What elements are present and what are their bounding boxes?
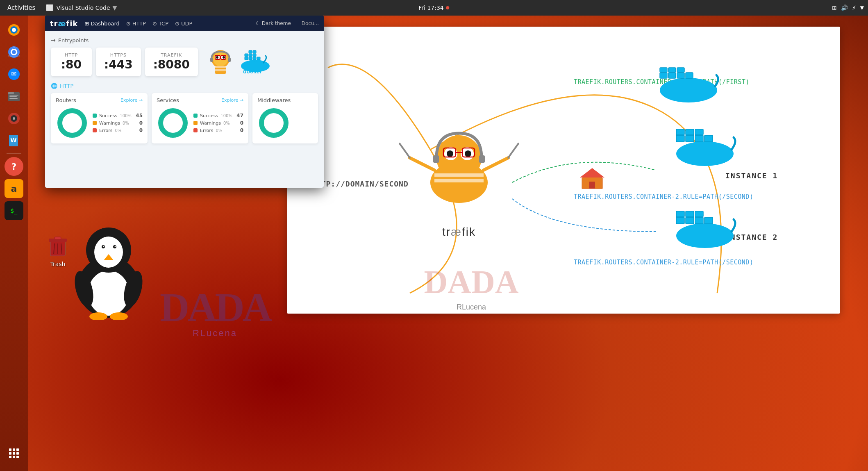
svg-rect-97 xyxy=(676,129,684,135)
middlewares-content xyxy=(257,107,313,139)
help-icon: ? xyxy=(11,162,17,172)
svg-rect-93 xyxy=(676,135,684,142)
svg-rect-85 xyxy=(434,173,484,177)
traefik-entry-name: TRAEFIK xyxy=(153,52,190,58)
sidebar-item-terminal[interactable]: $_ xyxy=(5,201,23,220)
svg-text:RLucena: RLucena xyxy=(457,303,486,311)
svg-rect-53 xyxy=(257,57,260,60)
clock-text: Fri 17:34 xyxy=(418,5,443,11)
tux-penguin xyxy=(64,213,154,321)
traefik-nav-tcp[interactable]: ⊙ TCP xyxy=(152,20,168,27)
warnings-dot xyxy=(93,121,97,125)
svg-rect-9 xyxy=(8,92,14,94)
routers-content: Success 100% 45 Warnings 0% 0 xyxy=(56,107,143,139)
watermark-brand: DADA xyxy=(160,287,270,328)
services-title: Services xyxy=(157,97,179,103)
sidebar-item-amazon[interactable]: a xyxy=(5,179,23,198)
battery-icon[interactable]: ⚡ xyxy=(852,5,856,11)
legend-errors: Errors 0% 0 xyxy=(93,127,143,133)
traefik-nav-http[interactable]: ⊙ HTTP xyxy=(126,20,146,27)
entrypoints-arrow-icon: → xyxy=(51,37,56,43)
metric-middlewares-header: Middlewares xyxy=(257,97,313,103)
topbar-dropdown-icon[interactable]: ▼ xyxy=(860,5,864,11)
svg-point-122 xyxy=(88,271,129,316)
sidebar-item-chromium[interactable] xyxy=(5,43,23,61)
svg-point-40 xyxy=(223,56,225,59)
svg-rect-58 xyxy=(253,50,256,53)
svg-rect-83 xyxy=(479,155,485,163)
https-entry-port: :443 xyxy=(104,58,133,71)
network-icon[interactable]: ⊞ xyxy=(832,5,837,11)
svg-rect-99 xyxy=(695,129,703,135)
traefik-body: → Entrypoints HTTP :80 HTTPS :443 TRAEFI… xyxy=(45,31,324,188)
sidebar-item-thunderbird[interactable]: ✉ xyxy=(5,65,23,84)
dark-theme-button[interactable]: ☾ Dark theme xyxy=(256,20,291,26)
svg-point-124 xyxy=(94,237,123,268)
svg-point-61 xyxy=(66,117,78,129)
traefik-nav-udp[interactable]: ⊙ UDP xyxy=(175,20,192,27)
svg-rect-23 xyxy=(13,452,15,455)
vscode-icon: ⬜ xyxy=(46,4,54,11)
entrypoint-http: HTTP :80 xyxy=(51,48,92,76)
sidebar-item-rhythmbox[interactable] xyxy=(5,109,23,128)
svg-point-129 xyxy=(103,246,105,247)
svg-rect-20 xyxy=(13,448,15,451)
desktop-watermark: DADA RLucena xyxy=(160,287,270,339)
services-legend: Success 100% 47 Warnings 0% 0 xyxy=(193,113,243,133)
sidebar-item-files[interactable] xyxy=(5,87,23,106)
svg-rect-117 xyxy=(589,182,595,189)
svg-text:træfik: træfik xyxy=(442,225,476,238)
services-legend-errors: Errors 0% 0 xyxy=(193,127,243,133)
svg-rect-94 xyxy=(686,135,694,142)
http-nav-icon: ⊙ xyxy=(126,20,131,27)
docs-link[interactable]: Docu... xyxy=(302,20,319,26)
svg-rect-11 xyxy=(9,96,17,97)
svg-rect-96 xyxy=(704,135,713,142)
routers-donut xyxy=(56,107,89,139)
sidebar-item-firefox[interactable] xyxy=(5,20,23,39)
svc-warnings-dot xyxy=(193,121,198,125)
udp-nav-icon: ⊙ xyxy=(175,20,180,27)
clock-dot-icon xyxy=(446,6,450,9)
svg-text:✉: ✉ xyxy=(11,70,16,78)
sidebar-item-libreoffice[interactable]: W xyxy=(5,131,23,150)
svg-rect-25 xyxy=(9,456,11,458)
metric-services-header: Services Explore → xyxy=(157,97,243,103)
svg-point-108 xyxy=(660,78,717,102)
show-apps-icon xyxy=(8,448,20,459)
svg-text:HTTP://DOMAIN/SECOND: HTTP://DOMAIN/SECOND xyxy=(311,180,409,188)
libreoffice-icon: W xyxy=(7,133,21,148)
svg-point-78 xyxy=(465,150,471,157)
svg-rect-50 xyxy=(245,57,248,60)
svg-rect-44 xyxy=(210,58,213,62)
entrypoint-https: HTTPS :443 xyxy=(96,48,141,76)
volume-icon[interactable]: 🔊 xyxy=(841,5,848,11)
svg-rect-45 xyxy=(228,58,231,62)
svg-rect-107 xyxy=(695,211,703,217)
sidebar-item-show-apps[interactable] xyxy=(5,444,23,463)
svg-rect-22 xyxy=(9,452,11,455)
traefik-nav-dashboard[interactable]: ⊞ Dashboard xyxy=(84,20,119,27)
svg-rect-103 xyxy=(695,217,703,224)
rhythmbox-icon xyxy=(7,111,21,126)
svg-text:TRAEFIK.ROUTERS.CONTAINER-2.RU: TRAEFIK.ROUTERS.CONTAINER-2.RULE=PATH(/S… xyxy=(574,259,753,266)
svg-text:DADA: DADA xyxy=(424,264,518,300)
firefox-icon xyxy=(7,23,21,37)
routers-explore-link[interactable]: Explore → xyxy=(120,98,143,103)
services-explore-link[interactable]: Explore → xyxy=(221,98,243,103)
svg-rect-47 xyxy=(215,66,226,68)
sidebar-item-help[interactable]: ? xyxy=(5,157,23,176)
success-dot xyxy=(93,114,97,118)
svg-rect-55 xyxy=(249,54,252,57)
svg-rect-109 xyxy=(660,73,667,78)
services-legend-warnings: Warnings 0% 0 xyxy=(193,120,243,126)
svg-rect-82 xyxy=(433,155,439,163)
http-globe-icon: 🌐 xyxy=(51,83,57,89)
activities-button[interactable]: Activities xyxy=(0,4,43,11)
http-entry-port: :80 xyxy=(59,58,84,71)
svg-rect-66 xyxy=(287,27,840,314)
files-icon xyxy=(7,89,21,104)
vscode-indicator[interactable]: ⬜ Visual Studio Code ▼ xyxy=(46,4,117,11)
svg-point-65 xyxy=(268,117,279,129)
svg-rect-86 xyxy=(434,179,484,182)
